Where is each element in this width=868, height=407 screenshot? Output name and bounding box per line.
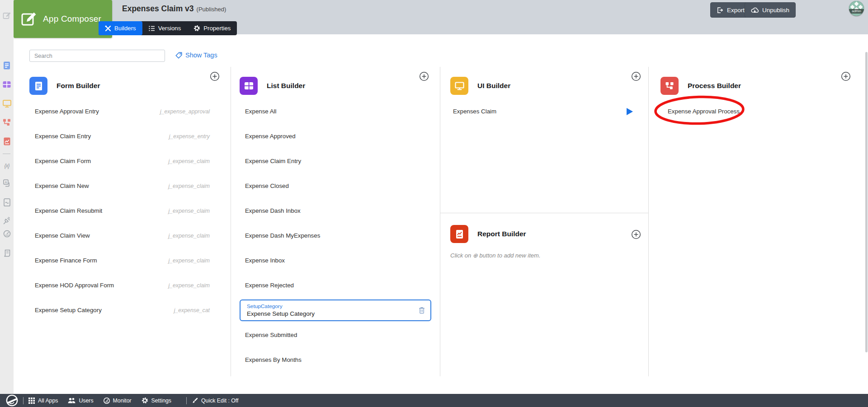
users-icon xyxy=(68,398,75,403)
add-report-button[interactable] xyxy=(631,229,641,239)
report-builder-header: Report Builder xyxy=(440,225,648,243)
project-status: (Published) xyxy=(197,6,226,13)
localization-icon[interactable]: A xyxy=(2,178,11,187)
tools-icon xyxy=(105,25,111,32)
logs-icon[interactable] xyxy=(2,248,11,257)
ui-builder-icon xyxy=(450,77,468,95)
form-item[interactable]: Expense Claim Entryj_expense_entry xyxy=(15,124,231,149)
document-icon[interactable] xyxy=(2,198,11,207)
monitor-icon xyxy=(104,398,110,404)
joget-logo[interactable] xyxy=(6,394,18,407)
plugin-icon[interactable] xyxy=(2,216,11,225)
ui-builder-column: UI Builder Expenses Claim Report xyxy=(440,67,649,376)
list-item[interactable]: Expense Dash MyExpenses xyxy=(231,223,440,248)
form-item[interactable]: Expense Claim Newj_expense_claim xyxy=(15,173,231,198)
list-item[interactable]: Expense Dash Inbox xyxy=(231,198,440,223)
plus-circle-icon xyxy=(631,71,641,81)
selected-item-name: Expense Setup Category xyxy=(247,310,315,318)
grid-icon xyxy=(28,398,35,404)
process-builder-icon xyxy=(660,77,679,95)
footer-divider xyxy=(23,397,24,404)
tab-builders[interactable]: Builders xyxy=(99,21,142,35)
launch-play-icon[interactable] xyxy=(627,108,633,115)
form-item[interactable]: Expense Claim Formj_expense_claim xyxy=(15,149,231,173)
bottom-admin-bar: All Apps Users Monitor Settings Quick Ed… xyxy=(0,394,868,407)
settings-button[interactable]: Settings xyxy=(142,397,171,404)
delete-button[interactable] xyxy=(419,307,425,314)
search-input[interactable] xyxy=(29,50,165,62)
show-tags-link[interactable]: Show Tags xyxy=(175,51,217,59)
export-icon xyxy=(717,7,723,14)
list-item[interactable]: Expense Submitted xyxy=(231,323,440,347)
unpublish-button[interactable]: Unpublish xyxy=(745,2,796,18)
form-builder-icon xyxy=(29,77,47,95)
settings-icon xyxy=(142,397,148,404)
section-divider xyxy=(440,213,648,213)
trash-icon xyxy=(419,307,425,314)
users-button[interactable]: Users xyxy=(68,398,93,404)
vertical-scrollbar[interactable] xyxy=(865,52,868,352)
left-icon-rail: {x} A xyxy=(0,0,14,394)
builder-tabs: Builders Versions Properties xyxy=(99,21,237,35)
column-title: List Builder xyxy=(267,82,305,90)
ui-builder-header: UI Builder xyxy=(440,77,648,95)
plus-circle-icon xyxy=(841,71,851,81)
process-builder-icon[interactable] xyxy=(2,118,11,127)
form-builder-icon[interactable] xyxy=(2,61,11,70)
form-item[interactable]: Expense Finance Formj_expense_claim xyxy=(15,248,231,273)
list-item[interactable]: Expense Closed xyxy=(231,173,440,198)
report-builder-icon[interactable] xyxy=(2,137,11,146)
list-item[interactable]: Expense Rejected xyxy=(231,273,440,298)
form-item[interactable]: Expense Claim Resubmitj_expense_claim xyxy=(15,198,231,223)
cloud-down-icon xyxy=(751,7,759,14)
form-item[interactable]: Expense Setup Categoryj_expense_cat xyxy=(15,298,231,323)
tab-versions[interactable]: Versions xyxy=(142,21,188,35)
list-item[interactable]: Expense Claim Entry xyxy=(231,149,440,173)
plus-circle-icon xyxy=(631,229,641,239)
gear-icon xyxy=(193,25,200,32)
add-ui-button[interactable] xyxy=(631,71,641,81)
variables-icon[interactable]: {x} xyxy=(2,161,11,170)
all-apps-button[interactable]: All Apps xyxy=(28,398,58,404)
quick-edit-toggle[interactable]: Quick Edit : Off xyxy=(192,398,238,404)
form-item[interactable]: Expense Claim Viewj_expense_claim xyxy=(15,223,231,248)
add-process-button[interactable] xyxy=(841,71,851,81)
list-item[interactable]: Expense All xyxy=(231,99,440,124)
column-title: Report Builder xyxy=(477,230,526,238)
list-builder-column: List Builder Expense All Expense Approve… xyxy=(231,67,440,376)
list-item-selected[interactable]: SetupCategory Expense Setup Category xyxy=(240,299,431,321)
process-list: Expense Approval Process xyxy=(649,99,868,124)
builder-columns: Form Builder Expense Approval Entryj_exp… xyxy=(14,67,868,376)
edit-icon[interactable] xyxy=(2,11,11,20)
process-item[interactable]: Expense Approval Process xyxy=(649,99,868,124)
selected-item-id: SetupCategory xyxy=(247,303,315,310)
top-header-bar: App Composer Expenses Claim v3(Published… xyxy=(14,0,868,34)
add-list-button[interactable] xyxy=(419,71,429,81)
performance-icon[interactable] xyxy=(2,229,11,238)
ui-builder-icon[interactable] xyxy=(2,99,11,108)
app-title: App Composer xyxy=(43,14,101,24)
ui-item[interactable]: Expenses Claim xyxy=(440,99,648,124)
list-item[interactable]: Expense Approved xyxy=(231,124,440,149)
form-item[interactable]: Expense HOD Approval Formj_expense_claim xyxy=(15,273,231,298)
column-title: Form Builder xyxy=(57,82,100,90)
list-item[interactable]: Expense Inbox xyxy=(231,248,440,273)
list-icon xyxy=(149,25,155,32)
list-item[interactable]: Expenses By Months xyxy=(231,347,440,372)
column-title: UI Builder xyxy=(477,82,510,90)
add-form-button[interactable] xyxy=(210,71,220,81)
form-item[interactable]: Expense Approval Entryj_expense_approval xyxy=(15,99,231,124)
monitor-button[interactable]: Monitor xyxy=(104,398,132,404)
process-builder-header: Process Builder xyxy=(649,77,868,95)
project-title: Expenses Claim v3(Published) xyxy=(122,4,226,14)
tab-properties[interactable]: Properties xyxy=(187,21,237,35)
list-builder-icon xyxy=(240,77,258,95)
pencil-square-icon xyxy=(21,11,38,28)
list-builder-header: List Builder xyxy=(231,77,440,95)
column-title: Process Builder xyxy=(688,82,741,90)
user-avatar[interactable]: admin xyxy=(849,1,864,16)
plus-circle-icon xyxy=(210,71,220,81)
report-builder-icon xyxy=(450,225,468,243)
plus-circle-icon xyxy=(419,71,429,81)
list-builder-icon[interactable] xyxy=(2,80,11,89)
